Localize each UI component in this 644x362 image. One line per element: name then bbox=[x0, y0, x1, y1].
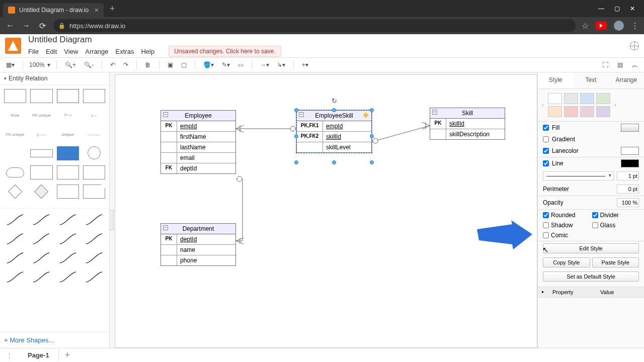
swatch-prev-icon[interactable]: ‹ bbox=[540, 102, 546, 109]
page-menu-icon[interactable]: ⋮ bbox=[0, 351, 19, 359]
entity-row[interactable]: FKdeptId bbox=[161, 163, 235, 173]
shape-entity-c[interactable] bbox=[83, 165, 105, 179]
sidebar-collapse-handle[interactable] bbox=[110, 210, 114, 230]
swatch[interactable] bbox=[564, 106, 578, 117]
shape-connector[interactable] bbox=[4, 251, 26, 265]
shape-connector[interactable] bbox=[83, 251, 105, 265]
shape-divider[interactable]: ⊢⊣ bbox=[57, 108, 79, 122]
entity-row[interactable]: PK,FK2skillId bbox=[297, 132, 371, 142]
format-panel-icon[interactable]: ▤ bbox=[615, 60, 625, 70]
line-checkbox[interactable] bbox=[543, 160, 549, 166]
shape-diamond[interactable] bbox=[8, 185, 22, 199]
new-tab-button[interactable]: + bbox=[104, 4, 121, 14]
shape-table[interactable] bbox=[4, 89, 26, 103]
swatch[interactable] bbox=[596, 106, 610, 117]
shape-cloud[interactable] bbox=[4, 165, 26, 179]
line-color-button[interactable]: ✎▾ bbox=[220, 60, 232, 69]
shape-entity-highlight[interactable] bbox=[57, 146, 79, 160]
menu-help[interactable]: Help bbox=[141, 48, 154, 55]
palette-header[interactable]: Entity Relation bbox=[0, 72, 109, 85]
fullscreen-icon[interactable]: ⛶ bbox=[600, 60, 610, 70]
selection-handle[interactable] bbox=[294, 134, 298, 138]
to-front-button[interactable]: ▣ bbox=[166, 60, 175, 69]
entity-row[interactable]: lastName bbox=[161, 142, 235, 153]
lanecolor-chip[interactable] bbox=[621, 147, 639, 155]
gradient-checkbox[interactable] bbox=[543, 136, 549, 142]
copy-style-button[interactable]: Copy Style bbox=[543, 257, 590, 267]
swatch[interactable] bbox=[564, 93, 578, 104]
entity-row[interactable]: PKdeptId bbox=[161, 234, 235, 245]
swatch-next-icon[interactable]: › bbox=[612, 102, 618, 109]
waypoint-button[interactable]: ↳▾ bbox=[275, 60, 287, 69]
tab-style[interactable]: Style bbox=[538, 72, 573, 88]
entity-row[interactable]: PK,FK1empId bbox=[297, 121, 371, 132]
browser-menu-icon[interactable]: ⋮ bbox=[631, 21, 639, 31]
line-color-chip[interactable] bbox=[621, 159, 639, 167]
entity-row[interactable]: skillDescription bbox=[430, 129, 505, 139]
shape-diamond-filled[interactable] bbox=[34, 185, 48, 199]
star-icon[interactable]: ☆ bbox=[582, 21, 589, 31]
comic-checkbox[interactable] bbox=[543, 232, 549, 238]
selection-handle[interactable] bbox=[332, 108, 336, 112]
divider-checkbox[interactable] bbox=[592, 212, 598, 218]
shape-connector[interactable] bbox=[57, 270, 79, 284]
selection-handle[interactable] bbox=[370, 134, 374, 138]
shape-attribute[interactable] bbox=[88, 146, 101, 159]
close-window-icon[interactable]: ✕ bbox=[630, 5, 635, 12]
selection-handle[interactable] bbox=[294, 108, 298, 112]
shape-table-3[interactable] bbox=[57, 89, 79, 103]
fill-checkbox[interactable] bbox=[543, 125, 549, 131]
shape-connector[interactable] bbox=[30, 232, 52, 246]
page-tab[interactable]: Page-1 bbox=[19, 349, 59, 361]
opacity-input[interactable] bbox=[617, 198, 639, 207]
glass-checkbox[interactable] bbox=[592, 222, 598, 228]
entity-employee[interactable]: −Employee PKempIdfirstNamelastNameemailF… bbox=[160, 110, 236, 174]
lanecolor-checkbox[interactable] bbox=[543, 148, 549, 154]
selection-handle[interactable] bbox=[332, 160, 336, 164]
perimeter-input[interactable] bbox=[617, 185, 639, 194]
doc-title[interactable]: Untitled Diagram bbox=[28, 35, 281, 45]
shape-connector[interactable] bbox=[4, 270, 26, 284]
shape-line-1[interactable]: |—— bbox=[30, 127, 52, 141]
shape-table-2[interactable] bbox=[30, 89, 52, 103]
entity-employeeskill[interactable]: −EmployeeSkill PK,FK1empIdPK,FK2skillIds… bbox=[296, 110, 372, 153]
shape-hline[interactable]: ——— bbox=[83, 127, 105, 141]
canvas[interactable]: −Employee PKempIdfirstNamelastNameemailF… bbox=[110, 72, 537, 348]
selection-handle[interactable] bbox=[370, 160, 374, 164]
entity-row[interactable]: firstName bbox=[161, 132, 235, 142]
shape-connector[interactable] bbox=[83, 232, 105, 246]
shape-connector[interactable] bbox=[83, 270, 105, 284]
entity-skill[interactable]: −Skill PKskillIdskillDescription bbox=[430, 108, 505, 140]
entity-row[interactable]: email bbox=[161, 153, 235, 163]
shape-entity-a[interactable] bbox=[30, 165, 52, 179]
shape-fk-unique[interactable]: FK unique bbox=[4, 127, 26, 141]
menu-view[interactable]: View bbox=[64, 48, 78, 55]
rounded-checkbox[interactable] bbox=[543, 212, 549, 218]
shape-entity-b[interactable] bbox=[57, 165, 79, 179]
shape-multi[interactable] bbox=[57, 185, 79, 199]
edit-style-button[interactable]: Edit Style bbox=[543, 243, 639, 253]
swatch[interactable] bbox=[580, 106, 594, 117]
swatch[interactable] bbox=[596, 93, 610, 104]
tab-text[interactable]: Text bbox=[573, 72, 608, 88]
fill-color-button[interactable]: 🪣▾ bbox=[201, 60, 216, 69]
shape-entity-small[interactable] bbox=[30, 149, 52, 157]
shape-connector[interactable] bbox=[57, 213, 79, 227]
property-header[interactable]: ▸ Property Value bbox=[538, 287, 644, 298]
entity-row[interactable]: name bbox=[161, 245, 235, 255]
youtube-icon[interactable] bbox=[596, 22, 607, 30]
menu-arrange[interactable]: Arrange bbox=[85, 48, 108, 55]
entity-row[interactable]: phone bbox=[161, 255, 235, 265]
shape-connector[interactable] bbox=[57, 251, 79, 265]
default-style-button[interactable]: Set as Default Style bbox=[543, 272, 639, 282]
to-back-button[interactable]: ▢ bbox=[179, 60, 189, 69]
insert-button[interactable]: +▾ bbox=[300, 60, 310, 69]
paste-style-button[interactable]: Paste Style bbox=[592, 257, 639, 267]
selection-handle[interactable] bbox=[294, 160, 298, 164]
shape-connector[interactable] bbox=[83, 213, 105, 227]
tab-arrange[interactable]: Arrange bbox=[609, 72, 644, 88]
rotate-handle-icon[interactable]: ↻ bbox=[331, 97, 338, 104]
shape-table-4[interactable] bbox=[83, 89, 105, 103]
minimize-icon[interactable]: — bbox=[598, 5, 604, 12]
back-button[interactable]: ← bbox=[5, 21, 15, 30]
